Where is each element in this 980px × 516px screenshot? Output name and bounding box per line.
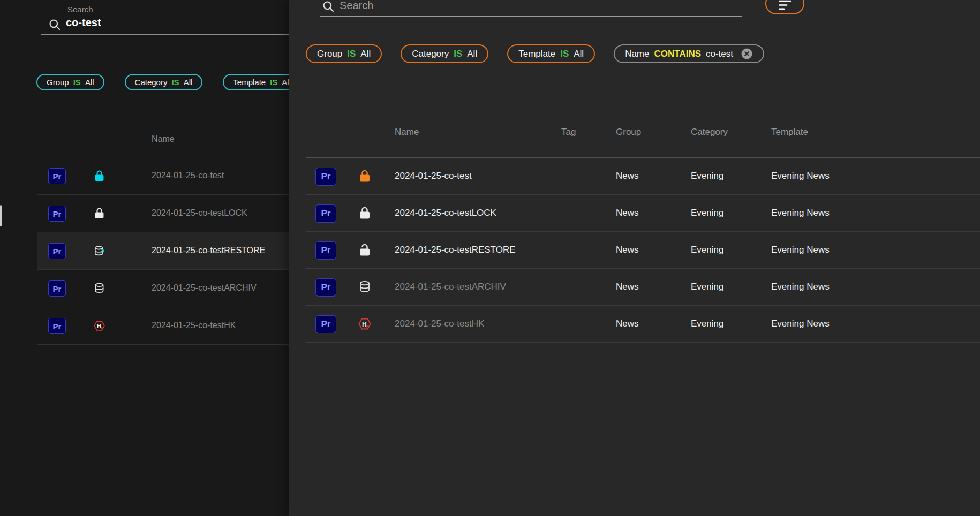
column-header-name[interactable]: Name <box>395 127 419 138</box>
asset-group: News <box>616 171 639 181</box>
table-row[interactable]: Pr 2024-01-25-co-testLOCK News Evening E… <box>306 195 980 232</box>
premiere-badge: Pr <box>48 243 66 259</box>
asset-name: 2024-01-25-co-test <box>152 171 224 180</box>
asset-group: News <box>616 318 639 329</box>
asset-name: 2024-01-25-co-testHK <box>395 318 484 329</box>
table-row[interactable]: Pr 2024-01-25-co-test News Evening Eveni… <box>306 158 980 195</box>
lock-icon <box>93 207 105 219</box>
restore-icon <box>93 245 105 257</box>
filter-value: All <box>467 49 477 59</box>
filter-menu-button[interactable] <box>765 0 804 14</box>
asset-name: 2024-01-25-co-testRESTORE <box>152 246 265 255</box>
asset-template: Evening News <box>771 318 830 329</box>
asset-group: News <box>616 282 639 292</box>
filter-field: Category <box>412 49 449 59</box>
asset-name: 2024-01-25-co-testARCHIV <box>395 282 506 292</box>
column-header-category[interactable]: Category <box>691 127 728 138</box>
asset-name: 2024-01-25-co-testARCHIV <box>152 283 257 293</box>
search-icon <box>48 18 61 31</box>
table-row[interactable]: Pr HK 2024-01-25-co-testHK News Evening … <box>306 306 980 343</box>
asset-name: 2024-01-25-co-testRESTORE <box>395 245 516 255</box>
filter-value: All <box>282 78 289 87</box>
column-header-template[interactable]: Template <box>771 127 808 138</box>
filter-value: All <box>184 78 193 87</box>
asset-template: Evening News <box>771 208 830 218</box>
asset-template: Evening News <box>771 245 830 255</box>
asset-table: Pr 2024-01-25-co-test Pr 2024-01-25-co-t… <box>37 157 289 345</box>
asset-group: News <box>616 245 639 255</box>
remove-filter-icon[interactable] <box>741 48 753 60</box>
filter-value: All <box>85 78 94 87</box>
premiere-badge: Pr <box>315 204 336 223</box>
column-header-tag[interactable]: Tag <box>561 127 576 138</box>
table-row[interactable]: Pr HK 2024-01-25-co-testHK <box>37 307 289 345</box>
table-row[interactable]: Pr 2024-01-25-co-testARCHIV News Evening… <box>306 269 980 306</box>
lock-icon <box>358 169 372 183</box>
filter-operator: IS <box>270 78 277 87</box>
svg-text:K: K <box>366 324 370 329</box>
filter-operator: IS <box>560 49 569 59</box>
table-row[interactable]: Pr 2024-01-25-co-testARCHIV <box>37 270 289 307</box>
hk-icon: HK <box>358 317 372 331</box>
filter-chip-name-contains[interactable]: Name CONTAINS co-test <box>614 44 764 63</box>
filter-operator: IS <box>347 49 356 59</box>
asset-template: Evening News <box>771 171 830 181</box>
column-header-name[interactable]: Name <box>152 134 175 144</box>
premiere-badge: Pr <box>48 206 66 222</box>
table-row-selected[interactable]: Pr 2024-01-25-co-testRESTORE <box>37 232 289 270</box>
asset-table: Pr 2024-01-25-co-test News Evening Eveni… <box>306 158 980 343</box>
unlock-icon <box>358 243 372 257</box>
asset-category: Evening <box>691 318 723 329</box>
search-input[interactable] <box>65 16 249 29</box>
premiere-badge: Pr <box>48 280 66 297</box>
lock-icon <box>358 206 372 220</box>
right-panel: Group IS All Category IS All Template IS… <box>289 0 980 516</box>
asset-name: 2024-01-25-co-testHK <box>152 321 236 330</box>
filter-operator: IS <box>171 78 179 87</box>
filter-chip-category[interactable]: Category IS All <box>125 74 203 90</box>
asset-name: 2024-01-25-co-test <box>395 171 472 181</box>
filter-value: co-test <box>706 49 733 59</box>
filter-chip-group[interactable]: Group IS All <box>306 44 382 63</box>
search-label: Search <box>67 5 93 14</box>
filter-operator: CONTAINS <box>654 49 701 59</box>
asset-category: Evening <box>691 208 723 218</box>
table-row[interactable]: Pr 2024-01-25-co-testLOCK <box>37 195 289 232</box>
column-header-group[interactable]: Group <box>616 127 641 138</box>
svg-text:K: K <box>101 326 104 330</box>
premiere-badge: Pr <box>315 315 336 333</box>
premiere-badge: Pr <box>48 318 66 334</box>
filter-chip-group[interactable]: Group IS All <box>36 74 104 90</box>
app-window: Search Group IS All Category IS All Temp… <box>0 0 980 516</box>
asset-category: Evening <box>691 282 723 292</box>
premiere-badge: Pr <box>48 168 66 184</box>
filter-field: Name <box>625 49 649 59</box>
filter-chip-category[interactable]: Category IS All <box>401 44 488 63</box>
filter-lines-icon <box>778 0 792 10</box>
filter-chip-template[interactable]: Template IS All <box>223 74 289 90</box>
filter-chip-row: Group IS All Category IS All Template IS… <box>306 44 764 63</box>
table-row[interactable]: Pr 2024-01-25-co-testRESTORE News Evenin… <box>306 232 980 269</box>
filter-operator: IS <box>454 49 462 59</box>
asset-category: Evening <box>691 245 723 255</box>
filter-chip-row: Group IS All Category IS All Template IS… <box>36 74 289 90</box>
filter-operator: IS <box>73 78 81 87</box>
left-panel: Search Group IS All Category IS All Temp… <box>0 0 289 516</box>
archive-icon <box>358 280 372 294</box>
premiere-badge: Pr <box>315 241 336 260</box>
archive-icon <box>93 282 105 294</box>
scrollbar-thumb[interactable] <box>0 205 2 226</box>
table-row[interactable]: Pr 2024-01-25-co-test <box>37 157 289 195</box>
filter-value: All <box>574 49 584 59</box>
search-input[interactable] <box>338 0 683 12</box>
asset-name: 2024-01-25-co-testLOCK <box>395 208 496 218</box>
premiere-badge: Pr <box>315 168 336 186</box>
filter-field: Group <box>317 49 342 59</box>
filter-chip-template[interactable]: Template IS All <box>507 44 595 63</box>
filter-field: Group <box>47 78 69 87</box>
filter-value: All <box>360 49 371 59</box>
search-icon <box>322 0 335 13</box>
filter-field: Template <box>233 78 266 87</box>
hk-icon: HK <box>93 320 105 332</box>
filter-field: Template <box>518 49 555 59</box>
